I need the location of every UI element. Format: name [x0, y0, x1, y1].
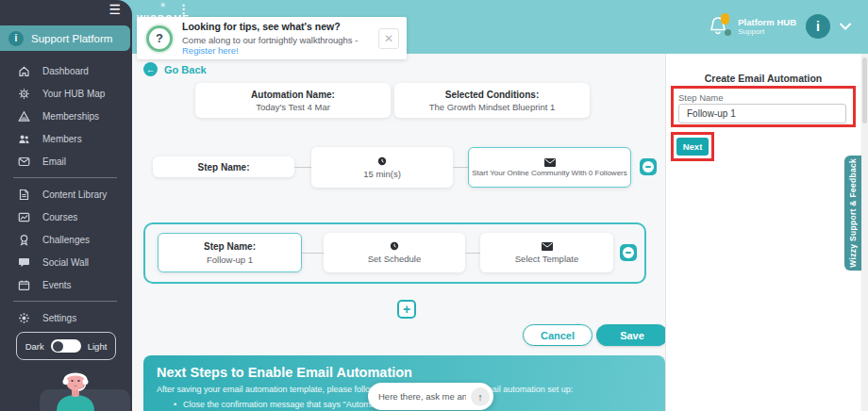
- courses-icon: [18, 211, 30, 223]
- theme-dark-label: Dark: [25, 341, 44, 352]
- sidebar-item-content-library[interactable]: Content Library: [0, 183, 132, 206]
- sidebar-item-label: Events: [42, 280, 72, 290]
- sidebar-item-members[interactable]: Members: [0, 127, 132, 150]
- sidebar-item-label: Members: [42, 134, 82, 144]
- schedule-card-row2[interactable]: Set Schedule: [324, 233, 465, 272]
- next-button[interactable]: Next: [676, 138, 709, 156]
- tips-banner-subtitle: Come along to our fortnightly walkthroug…: [182, 35, 378, 56]
- sidebar-item-dashboard[interactable]: Dashboard: [0, 59, 132, 82]
- wizzy-support-tab[interactable]: Wizzy Support & Feedback: [844, 156, 861, 271]
- connector-line: [302, 253, 324, 254]
- user-identity: Platform HUB Support: [738, 17, 796, 36]
- connector-line: [453, 167, 468, 168]
- email-icon: [18, 156, 30, 168]
- notification-badge: [721, 13, 729, 25]
- info-icon: i: [8, 31, 24, 46]
- next-steps-title: Next Steps to Enable Email Automation: [157, 365, 652, 380]
- sidebar-item-courses[interactable]: Courses: [0, 206, 132, 228]
- question-mark-icon: ?: [146, 25, 173, 52]
- sidebar-item-label: Challenges: [42, 235, 90, 245]
- sidebar-item-events[interactable]: Events: [0, 273, 132, 296]
- sidebar: ☰ i Support Platform Dashboard Your HUB …: [0, 0, 132, 411]
- add-step-button[interactable]: +: [397, 300, 416, 319]
- step-name-input[interactable]: [678, 104, 846, 123]
- sidebar-item-label: Content Library: [42, 189, 107, 200]
- toggle-knob: [53, 341, 63, 352]
- theme-toggle[interactable]: Dark Light: [16, 332, 116, 360]
- sidebar-item-label: Memberships: [42, 111, 99, 122]
- template-card-row1[interactable]: Start Your Online Community With 0 Follo…: [468, 147, 631, 188]
- sidebar-item-challenges[interactable]: Challenges: [0, 228, 132, 251]
- sidebar-item-label: Settings: [42, 313, 76, 323]
- selected-conditions-card: Selected Conditions: The Growth Mindset …: [394, 83, 590, 118]
- automation-name-card: Automation Name: Today's Test 4 Mar: [195, 83, 391, 118]
- notification-status-dot: [725, 29, 731, 36]
- clock-icon: [390, 241, 399, 251]
- connector-line: [294, 167, 311, 168]
- chevron-down-icon[interactable]: [840, 23, 851, 30]
- chat-input-text[interactable]: Here there, ask me anything ab: [378, 391, 466, 402]
- envelope-icon: [544, 158, 556, 167]
- memberships-icon: [18, 110, 30, 123]
- support-agent-avatar: [47, 366, 104, 411]
- user-role: Support: [738, 27, 796, 36]
- save-button[interactable]: Save: [596, 324, 668, 346]
- remove-step-button-row1[interactable]: [640, 158, 657, 175]
- remove-step-button-row2[interactable]: [620, 244, 637, 261]
- app-brand: i Support Platform: [0, 25, 130, 51]
- cancel-button[interactable]: Cancel: [523, 324, 593, 346]
- back-arrow-icon: ←: [143, 62, 158, 76]
- scrollbar-thumb[interactable]: [862, 58, 867, 123]
- sidebar-item-social-wall[interactable]: Social Wall: [0, 251, 132, 273]
- kebab-menu-icon[interactable]: ⋮: [177, 3, 190, 16]
- challenges-icon: [18, 234, 30, 246]
- theme-light-label: Light: [88, 341, 108, 352]
- app-title: Support Platform: [31, 33, 112, 44]
- user-avatar[interactable]: i: [806, 14, 830, 39]
- scrollbar-track[interactable]: [861, 54, 868, 411]
- sidebar-divider: [13, 177, 117, 178]
- step-name-label: Step Name: [678, 92, 724, 103]
- tips-banner: ? Looking for tips, see what's new? Come…: [137, 17, 407, 59]
- step-name-card-row1[interactable]: Step Name:: [153, 156, 294, 177]
- connector-line: [465, 253, 480, 254]
- panel-title: Create Email Automation: [666, 73, 860, 84]
- events-icon: [18, 279, 30, 291]
- sidebar-item-label: Courses: [42, 212, 77, 222]
- close-icon[interactable]: ✕: [378, 28, 399, 49]
- minus-icon: [643, 161, 654, 173]
- register-link[interactable]: Register here!: [182, 45, 239, 56]
- sidebar-item-label: Dashboard: [42, 66, 89, 76]
- sidebar-item-label: Social Wall: [42, 257, 89, 268]
- content-library-icon: [18, 189, 30, 201]
- hamburger-icon[interactable]: ☰: [108, 2, 121, 17]
- assistant-chat-input[interactable]: Here there, ask me anything ab ↑: [368, 383, 493, 410]
- sidebar-item-label: Email: [42, 156, 66, 167]
- app-window: ✳ WISDOME ⋮ Platform HUB Support i: [0, 0, 868, 411]
- clock-icon: [377, 156, 387, 166]
- sidebar-divider: [13, 301, 117, 302]
- members-icon: [18, 133, 30, 145]
- sidebar-item-settings[interactable]: Settings: [0, 306, 132, 329]
- schedule-card-row1[interactable]: 15 min(s): [311, 147, 453, 188]
- sidebar-item-label: Your HUB Map: [42, 89, 105, 99]
- sidebar-item-your-hub-map[interactable]: Your HUB Map: [0, 82, 132, 105]
- sidebar-item-memberships[interactable]: Memberships: [0, 105, 132, 127]
- social-wall-icon: [18, 256, 30, 269]
- theme-toggle-switch[interactable]: [51, 339, 81, 353]
- envelope-icon: [542, 242, 553, 251]
- notification-bell-icon[interactable]: [708, 15, 728, 38]
- sidebar-item-email[interactable]: Email: [0, 150, 132, 173]
- tips-banner-title: Looking for tips, see what's new?: [182, 21, 378, 32]
- user-name: Platform HUB: [738, 17, 796, 27]
- minus-icon: [623, 247, 634, 258]
- go-back-button[interactable]: ← Go Back: [143, 62, 207, 76]
- hub-map-icon: [18, 88, 30, 100]
- sidebar-nav: Dashboard Your HUB Map Memberships Membe…: [0, 59, 132, 329]
- template-card-row2[interactable]: Select Template: [480, 233, 613, 272]
- home-icon: [18, 65, 30, 77]
- step-name-card-row2[interactable]: Step Name: Follow-up 1: [158, 233, 302, 272]
- gear-icon: [18, 312, 30, 324]
- send-arrow-icon[interactable]: ↑: [471, 387, 490, 406]
